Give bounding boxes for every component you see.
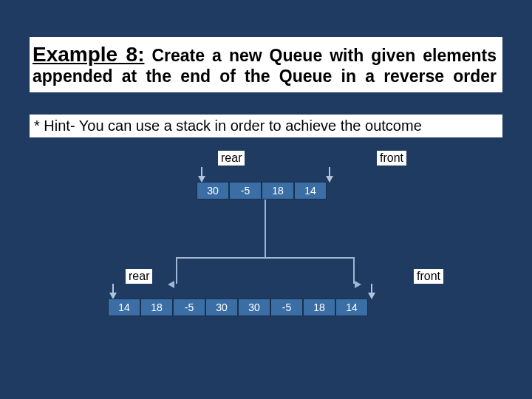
front-pointer-top — [329, 167, 330, 182]
queue-cell: -5 — [270, 299, 303, 316]
queue-result: 14 18 -5 30 30 -5 18 14 — [108, 299, 368, 316]
title-strong: Example 8: — [33, 43, 144, 66]
split-arrow-bar — [176, 257, 355, 259]
front-label-top: front — [377, 151, 406, 166]
rear-label-bottom: rear — [126, 269, 152, 284]
queue-cell: -5 — [173, 299, 205, 316]
queue-cell: 14 — [294, 182, 327, 200]
queue-cell: 14 — [335, 299, 368, 316]
front-pointer-bottom — [371, 284, 372, 299]
example-header: Example 8: Create a new Queue with given… — [30, 37, 502, 92]
split-arrow-stem — [265, 200, 266, 259]
queue-cell: 18 — [262, 182, 294, 200]
split-arrow-right-head — [355, 281, 361, 288]
queue-cell: -5 — [229, 182, 262, 200]
split-arrow-right-stem — [353, 257, 355, 284]
queue-original: 30 -5 18 14 — [197, 182, 327, 200]
queue-cell: 30 — [238, 299, 270, 316]
rear-pointer-top — [201, 167, 202, 182]
queue-cell: 30 — [197, 182, 229, 200]
queue-cell: 14 — [108, 299, 140, 316]
queue-cell: 18 — [140, 299, 173, 316]
split-arrow-left-head — [168, 281, 174, 288]
front-label-bottom: front — [414, 269, 443, 284]
rear-pointer-bottom — [112, 284, 114, 299]
split-arrow-left-stem — [176, 257, 177, 284]
queue-diagram: rear front 30 -5 18 14 rear front 14 18 … — [30, 145, 502, 366]
rear-label-top: rear — [218, 151, 245, 166]
hint-text: * Hint- You can use a stack in order to … — [30, 115, 502, 137]
queue-cell: 30 — [205, 299, 238, 316]
queue-cell: 18 — [303, 299, 335, 316]
